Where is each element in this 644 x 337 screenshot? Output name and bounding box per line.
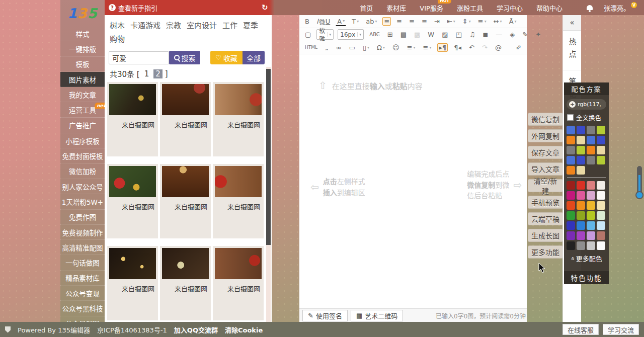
paragraph-spacing[interactable]: ≡ [476,17,488,26]
use-signature-button[interactable]: ✎ 使用签名 [302,310,348,321]
checkbox[interactable] [567,114,574,121]
indent-decrease[interactable]: ⇤ [445,17,457,26]
image-card[interactable]: 来自摄图网 [213,82,264,156]
color-swatch[interactable] [587,156,595,164]
tag-filter[interactable]: 购物 [110,35,125,44]
special-char[interactable]: Ω [375,43,386,52]
nav-home[interactable]: 首页 [360,3,373,13]
font-family-select[interactable]: 微软雅黑 [316,29,334,40]
search-input[interactable] [109,51,169,64]
more-functions-button[interactable]: 更多功能 [528,245,563,259]
nav-material-library[interactable]: 素材库 [386,3,406,13]
image-card[interactable]: 来自摄图网 [213,246,264,320]
wechat-copy-button[interactable]: 微信复制 [528,113,563,126]
undo[interactable]: ↶ [467,43,476,52]
tag-filter[interactable]: 夏季 [243,21,258,30]
color-swatch[interactable] [587,231,595,240]
color-swatch[interactable] [597,136,605,144]
ordered-list[interactable]: ≡ [406,43,417,52]
paragraph-forward[interactable]: ▸¶ [437,43,448,52]
color-swatch[interactable] [577,146,585,154]
redo[interactable]: ↷ [480,43,489,52]
sidebar-item[interactable]: 一键排版 [60,41,105,56]
color-swatch[interactable] [597,156,605,164]
video[interactable]: ◼ [481,30,490,39]
page-number[interactable]: 1 [142,69,151,78]
color-swatch[interactable] [567,231,575,240]
image-card[interactable]: 来自摄图网 [160,164,211,238]
external-copy-button[interactable]: 外网复制 [528,129,563,142]
image-card[interactable]: 来自摄图网 [160,246,211,320]
learning-exchange-button[interactable]: 学习交流 [603,324,639,335]
sidebar-item[interactable]: 样式 [60,26,105,41]
emoji[interactable]: ☺ [391,43,401,52]
image-card[interactable]: 来自摄图网 [213,164,264,238]
color-swatch[interactable] [577,136,585,144]
color-swatch[interactable] [587,221,595,230]
color-swatch[interactable] [587,211,595,220]
tag-filter[interactable]: 室内设计 [187,21,217,30]
align-left[interactable]: ≡ [382,17,391,26]
page-number[interactable]: 2 [153,69,163,78]
online-support-button[interactable]: 在线客服 [562,324,599,335]
all-button[interactable]: 全部 [243,51,265,64]
special-features-button[interactable]: 特色功能 [564,271,609,284]
favorite-button[interactable]: ♡ 收藏 [210,51,243,64]
paragraph-backward[interactable]: ¶◂ [452,43,463,52]
image-placeholder[interactable]: ▤ [399,30,408,39]
sidebar-item[interactable]: 广告推广 [60,118,105,133]
sidebar-item[interactable]: 微信加粉 [60,164,105,179]
sidebar-item[interactable]: 别人家公众号 [60,179,105,194]
tag-filter[interactable]: 工作 [222,21,237,30]
color-swatch[interactable] [567,241,575,250]
color-swatch[interactable] [577,211,585,220]
mention[interactable]: @ [494,43,503,52]
clear-new-button[interactable]: 清空/新建 [528,179,563,192]
color-swatch[interactable] [597,181,605,190]
magic-wand[interactable]: ✦ [534,30,542,39]
join-qq-group-link[interactable]: 加入QQ交流群 [174,325,218,334]
word-import[interactable]: W [426,30,436,39]
color-swatch[interactable] [577,126,585,134]
save-article-button[interactable]: 保存文章 [528,146,563,159]
nav-learning-center[interactable]: 学习中心 [497,3,523,13]
sidebar-item[interactable]: 1天增粉5W+ [60,194,105,209]
color-swatch[interactable] [597,221,605,230]
color-swatch[interactable] [577,156,585,164]
color-swatch[interactable] [597,211,605,220]
newbie-guide-link[interactable]: 查看新手指引 [118,3,157,13]
refresh-icon[interactable]: ↻ [262,3,268,12]
align-center[interactable]: ≡ [395,17,404,26]
sidebar-item[interactable]: 一句话做图 [60,255,105,270]
image-card[interactable]: 来自摄图网 [107,164,158,238]
color-swatch[interactable] [587,191,595,200]
screenshot[interactable]: ◰ [454,30,463,39]
art-text[interactable]: T [350,17,360,26]
color-swatch[interactable] [567,146,575,154]
color-swatch[interactable] [567,181,575,190]
full-text-recolor-option[interactable]: 全文换色 [567,113,606,122]
format-brush[interactable]: ✎ [521,30,529,39]
sidebar-item[interactable]: 运营工具 new [60,102,105,117]
color-swatch[interactable] [567,191,575,200]
scrollbar-thumb[interactable] [266,69,271,245]
sidebar-item[interactable]: 小程序模板 [60,133,105,148]
font-size-select[interactable]: 16px [338,29,364,40]
template-card[interactable]: ▯ [361,43,371,52]
eraser[interactable]: ◈ [508,30,516,39]
align-right[interactable]: ≡ [408,17,416,26]
bold[interactable]: B [303,17,311,26]
color-swatch[interactable] [567,166,575,175]
tag-filter[interactable]: 卡通游戏 [130,21,160,30]
tag-filter[interactable]: 树木 [110,21,125,30]
thermometer-bulb[interactable] [635,191,643,199]
music[interactable]: ♫ [468,30,477,39]
blockquote[interactable]: „ [324,43,330,52]
sidebar-item[interactable]: 公众号变现 [60,286,105,301]
sidebar-item[interactable]: 免费封面模板 [60,148,105,163]
color-swatch[interactable] [597,231,605,240]
color-swatch[interactable] [567,221,575,230]
sidebar-item[interactable]: 我的文章 [60,87,105,102]
sidebar-item[interactable]: 免费作图 [60,210,105,225]
fullscreen-icon[interactable]: ⇕ [513,42,525,54]
